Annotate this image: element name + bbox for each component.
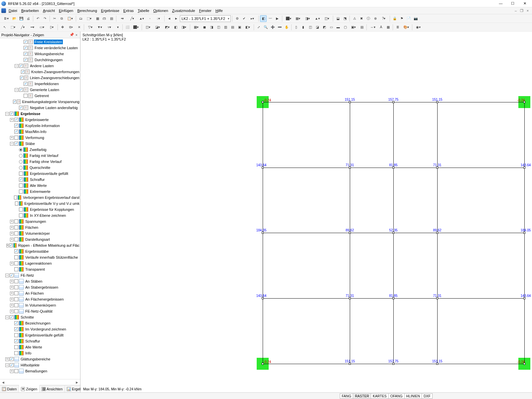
- nav-tab-daten[interactable]: 📋Daten: [0, 385, 19, 392]
- manager-button[interactable]: 🗃: [101, 15, 108, 22]
- tree-item[interactable]: Farbig ohne Verlauf: [1, 159, 80, 165]
- tree-item[interactable]: +Flächen: [1, 224, 80, 230]
- line-tool-button[interactable]: ╱▾: [18, 24, 27, 31]
- checkbox-icon[interactable]: [14, 136, 18, 140]
- checkbox-icon[interactable]: [14, 333, 18, 337]
- marquee-button[interactable]: ⬚▾: [8, 24, 18, 31]
- checkbox-icon[interactable]: ✓: [10, 112, 14, 116]
- radio-icon[interactable]: [19, 166, 23, 170]
- deform-button[interactable]: 〰: [267, 15, 274, 22]
- check-button[interactable]: ✔: [241, 15, 247, 22]
- checkbox-icon[interactable]: [14, 225, 18, 229]
- view-x-button[interactable]: ◫▾: [143, 24, 153, 31]
- expand-icon[interactable]: +: [10, 286, 14, 289]
- cut-button[interactable]: ✂: [51, 15, 58, 22]
- color-button[interactable]: 🎨▾: [401, 24, 411, 31]
- tree-item[interactable]: +✓Ergebniswerte: [1, 117, 80, 123]
- tree-item[interactable]: Info: [1, 350, 80, 356]
- mdi-restore-button[interactable]: ❐: [519, 9, 525, 13]
- member-tool-button[interactable]: ━▾: [28, 24, 37, 31]
- menu-fenster[interactable]: Fenster: [197, 8, 213, 13]
- checkbox-icon[interactable]: [14, 196, 17, 200]
- tree-item[interactable]: +✓Glättungsbereiche: [1, 356, 80, 362]
- sect1-button[interactable]: ▯: [293, 24, 300, 31]
- panel-button[interactable]: ▤: [108, 15, 115, 22]
- tree-item[interactable]: +An Stabergebnissen: [1, 284, 80, 290]
- checkbox-icon[interactable]: ✓: [14, 321, 18, 325]
- tree-item[interactable]: ✓Negative Lasten andersfarbig: [1, 105, 80, 111]
- checkbox-icon[interactable]: ✓: [19, 64, 23, 68]
- tree-item[interactable]: +An Flächenergebnissen: [1, 296, 80, 302]
- checkbox-icon[interactable]: [14, 297, 18, 301]
- result-type-button[interactable]: ⬛▾: [284, 15, 293, 22]
- tree-item[interactable]: Querschnitte: [1, 165, 80, 171]
- result-surf-button[interactable]: ▦▾: [293, 15, 303, 22]
- grid-btn-icon[interactable]: ▦: [385, 24, 391, 31]
- tree-item[interactable]: ✓Kopfzeile-Information: [1, 123, 80, 129]
- tree-item[interactable]: Extremwerte: [1, 189, 80, 195]
- expand-icon[interactable]: –: [10, 142, 14, 146]
- calc-button[interactable]: ▸▾: [248, 15, 257, 22]
- copy-button[interactable]: ⧉: [58, 15, 65, 22]
- checkbox-icon[interactable]: [19, 172, 23, 176]
- view-axo-button[interactable]: ⬛▾: [131, 24, 140, 31]
- sect5-button[interactable]: ◩: [321, 24, 328, 31]
- tree-item[interactable]: +Volumenkörper: [1, 230, 80, 236]
- tree-item[interactable]: Alle Werte: [1, 344, 80, 350]
- cursor-button[interactable]: ↖: [1, 24, 8, 31]
- status-ofang[interactable]: OFANG: [388, 393, 405, 399]
- tree-item[interactable]: Ergebnisverläufe gefüllt: [1, 332, 80, 338]
- tree-item[interactable]: Ergebnisverläufe gefüllt: [1, 171, 80, 177]
- zoom-all-button[interactable]: ⤢: [255, 24, 262, 31]
- filter-2-button[interactable]: ▼▾: [95, 24, 104, 31]
- checkbox-icon[interactable]: ✓: [24, 46, 28, 50]
- navigator-scrollbar[interactable]: ◄►: [0, 379, 80, 385]
- menu-einfügen[interactable]: Einfügen: [57, 8, 75, 13]
- render-2-button[interactable]: ▤: [229, 24, 236, 31]
- checkbox-icon[interactable]: [19, 184, 23, 188]
- tree-item[interactable]: +Lagerreaktionen: [1, 260, 80, 266]
- view-y-button[interactable]: ◪▾: [153, 24, 162, 31]
- expand-icon[interactable]: –: [5, 316, 9, 319]
- display-btn[interactable]: ◉▾: [414, 24, 423, 31]
- view-iso2-button[interactable]: ◨▾: [179, 24, 189, 31]
- checkbox-icon[interactable]: [14, 345, 18, 349]
- sect2-button[interactable]: ▮: [300, 24, 307, 31]
- nav-tab-ansichten[interactable]: 🖼Ansichten: [40, 385, 65, 392]
- module-1-button[interactable]: ⬓: [334, 15, 341, 22]
- zoom-in-button[interactable]: ➕: [269, 24, 276, 31]
- expand-icon[interactable]: –: [5, 112, 9, 116]
- checkbox-icon[interactable]: ✓: [14, 249, 18, 253]
- hinge-button[interactable]: ◦: [147, 15, 153, 22]
- expand-icon[interactable]: +: [10, 292, 14, 295]
- radio-icon[interactable]: [19, 154, 23, 158]
- render-1-button[interactable]: ▥: [222, 24, 229, 31]
- tree-item[interactable]: Zweifarbig: [1, 147, 80, 153]
- tree-item[interactable]: ✓Einwirkungskategorie Vorspannung: [1, 99, 80, 105]
- checkbox-icon[interactable]: ✓: [24, 40, 28, 44]
- status-raster[interactable]: RASTER: [353, 393, 371, 399]
- tree-item[interactable]: –✓Andere Lasten: [1, 63, 80, 69]
- tree-item[interactable]: Verborgenen Ergebnisverlauf darst: [1, 195, 80, 200]
- tree-item[interactable]: Farbig mit Verlauf: [1, 153, 80, 159]
- radio-icon[interactable]: [19, 148, 23, 152]
- tree-item[interactable]: +An Stäben: [1, 278, 80, 284]
- checkbox-icon[interactable]: ✓: [10, 363, 14, 367]
- menu-ansicht[interactable]: Ansicht: [41, 8, 57, 13]
- maximize-button[interactable]: ☐: [507, 0, 519, 7]
- tree-item[interactable]: +In Volumenkörpern: [1, 302, 80, 308]
- tree-item[interactable]: Getrennt: [1, 93, 80, 99]
- text-button[interactable]: A: [378, 24, 384, 31]
- print-button[interactable]: 🖨: [25, 15, 32, 22]
- view-z-button[interactable]: ◩▾: [163, 24, 172, 31]
- checkbox-icon[interactable]: ✓: [24, 58, 28, 62]
- sect3-button[interactable]: ◫: [307, 24, 314, 31]
- tree-item[interactable]: ✓Knoten-Zwangsverformungen: [1, 69, 80, 75]
- checkbox-icon[interactable]: [15, 201, 18, 205]
- tree-item[interactable]: +Darstellungsart: [1, 236, 80, 242]
- minimize-button[interactable]: —: [495, 0, 507, 7]
- checkbox-icon[interactable]: [14, 291, 18, 295]
- sect9-button[interactable]: ▣▾: [349, 24, 358, 31]
- tree-item[interactable]: –✓Hilfsobjekte: [1, 362, 80, 368]
- checkbox-icon[interactable]: [24, 94, 28, 98]
